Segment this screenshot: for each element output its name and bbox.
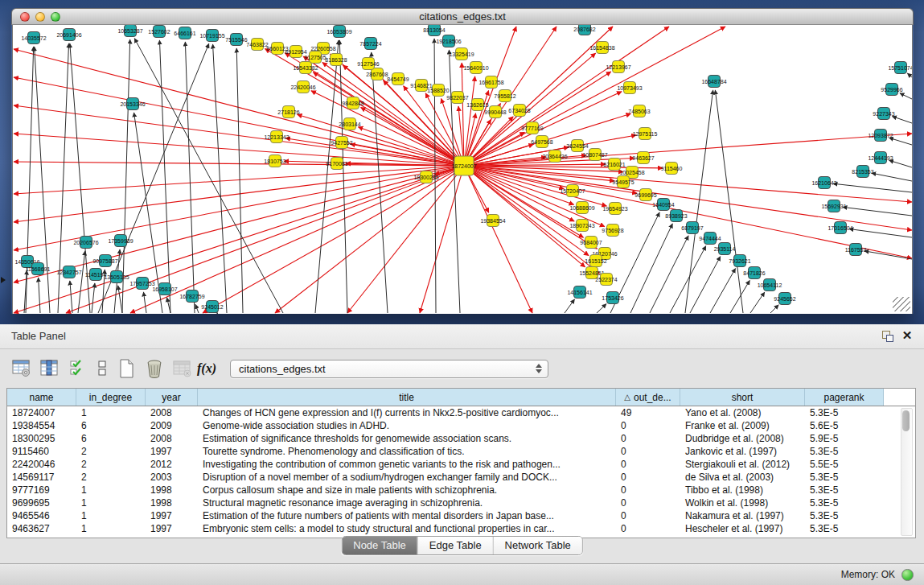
graph-node[interactable]: 1753426 [602,292,623,304]
graph-node[interactable]: 15692931 [821,200,846,212]
graph-node[interactable]: 12342757 [56,266,81,278]
graph-node[interactable]: 9474444 [699,233,721,245]
row-height-button[interactable] [94,357,110,380]
graph-node[interactable]: 10719155 [199,30,224,42]
delete-table-button[interactable] [142,357,166,380]
memory-status-indicator[interactable] [901,569,914,581]
tab-edge-table[interactable]: Edge Table [417,537,493,554]
graph-node[interactable]: 2087682 [573,25,595,35]
table-row[interactable]: 1456911722003Disruption of a novel membe… [7,471,915,484]
graph-node[interactable]: 18724007 [451,156,476,175]
graph-node[interactable]: 12975115 [633,128,658,140]
graph-node[interactable]: 7955812 [494,90,515,102]
graph-node[interactable]: 10688609 [569,202,594,214]
column-header-title[interactable]: title [198,389,616,406]
table-row[interactable]: 1830029562008Estimation of significance … [7,432,915,445]
graph-node[interactable]: 2718126 [277,106,299,118]
graph-node[interactable]: 8471826 [743,267,765,279]
graph-node[interactable]: 17957253 [129,278,154,290]
graph-node[interactable]: 19384554 [480,215,505,227]
graph-node[interactable]: 16961758 [478,76,503,89]
network-window-titlebar[interactable]: citations_edges.txt [11,8,914,25]
graph-node[interactable]: 8454749 [387,73,409,85]
graph-node[interactable]: 3624554 [566,140,588,152]
graph-node[interactable]: 9170081 [326,158,347,170]
graph-node[interactable]: 20153346 [120,98,145,110]
graph-node[interactable]: 8813054 [423,25,445,36]
graph-node[interactable]: 9115460 [661,163,683,175]
graph-node[interactable]: 14156141 [567,286,592,299]
graph-node[interactable]: 7463822 [246,39,268,51]
graph-node[interactable]: 9427552 [331,137,352,149]
graph-node[interactable]: 13325419 [449,48,474,60]
graph-node[interactable]: 12213343 [264,131,289,143]
column-header-year[interactable]: year [146,389,198,406]
table-row[interactable]: 946362711997Embryonic stem cells: a mode… [7,522,915,535]
graph-node[interactable]: 6497568 [531,136,552,148]
graph-node[interactable]: 19654923 [602,203,627,215]
graph-node[interactable]: 6466161 [174,27,195,39]
column-header-name[interactable]: name [7,389,76,406]
resize-grip[interactable] [893,297,910,311]
new-table-button[interactable] [114,357,138,380]
table-vertical-scrollbar[interactable] [901,408,913,536]
graph-node[interactable]: 15640910 [463,62,488,74]
delete-column-button-disabled[interactable] [170,357,195,380]
graph-node[interactable]: 16210643 [811,177,836,189]
graph-node[interactable]: 16154838 [589,42,614,54]
graph-node[interactable]: 6879197 [681,222,703,234]
graph-node[interactable]: 12444193 [868,152,893,164]
column-header-out_de[interactable]: △out_de... [616,389,680,406]
scrollbar-thumb[interactable] [902,410,910,431]
graph-node[interactable]: 1810753 [264,155,285,167]
function-builder-button[interactable]: f(x) [199,357,215,380]
graph-node[interactable]: 12213967 [606,61,630,73]
graph-node[interactable]: 9245012 [201,301,223,313]
column-header-short[interactable]: short [680,389,805,406]
column-select-button[interactable] [38,357,62,380]
graph-node[interactable]: 13505135 [104,271,129,283]
graph-node[interactable]: 10653287 [117,25,142,37]
graph-node[interactable]: 8215353 [852,166,873,178]
graph-node[interactable]: 9245652 [774,293,795,305]
graph-node[interactable]: 9529966 [881,84,902,96]
column-header-pagerank[interactable]: pagerank [805,389,884,406]
panel-collapse-arrow-icon[interactable] [1,277,6,283]
graph-node[interactable]: 7515546 [225,34,247,46]
graph-node[interactable]: 17016504 [827,222,852,234]
graph-node[interactable]: 2935114 [714,243,736,255]
graph-node[interactable]: 19218506 [436,35,461,47]
graph-node[interactable]: 16648784 [701,76,726,88]
graph-node[interactable]: 20691406 [56,29,81,41]
column-header-in_degree[interactable]: in_degree [76,389,146,406]
table-row[interactable]: 911546021997Tourette syndrome. Phenomeno… [7,445,915,458]
graph-node[interactable]: 10807487 [582,149,607,161]
float-panel-icon[interactable] [882,331,893,342]
graph-node[interactable]: 9756928 [602,225,623,237]
graph-node[interactable]: 14035572 [21,32,46,44]
graph-node[interactable]: 12093872 [868,130,893,142]
graph-node[interactable]: 7857224 [359,38,381,50]
graph-node[interactable]: 6216021 [603,159,625,171]
table-row[interactable]: 1938455462009Genome-wide association stu… [7,419,915,432]
graph-node[interactable]: 8186328 [325,54,347,66]
graph-node[interactable]: 20364436 [542,150,567,163]
graph-node[interactable]: 15751074 [888,62,913,74]
tab-network-table[interactable]: Network Table [493,537,582,554]
graph-node[interactable]: 16053809 [326,26,351,38]
graph-node[interactable]: 1527602 [148,26,170,38]
tab-node-table[interactable]: Node Table [342,537,417,554]
graph-node[interactable]: 7485063 [628,105,650,117]
close-panel-icon[interactable]: ✕ [900,328,914,343]
table-row[interactable]: 977716911998Corpus callosum shape and si… [7,484,915,496]
graph-node[interactable]: 9227343 [873,108,894,120]
table-row[interactable]: 946554611997Estimation of the future num… [7,509,915,522]
table-settings-button[interactable] [10,357,34,380]
graph-node[interactable]: 9684007 [580,237,602,249]
graph-node[interactable]: 9777169 [521,122,543,134]
zoom-window-button[interactable] [51,12,60,22]
table-selector-dropdown[interactable]: citations_edges.txt [230,360,548,378]
close-window-button[interactable] [20,12,30,22]
graph-node[interactable]: 16958107 [152,283,177,295]
table-row[interactable]: 2242004622012Investigating the contribut… [7,458,915,471]
